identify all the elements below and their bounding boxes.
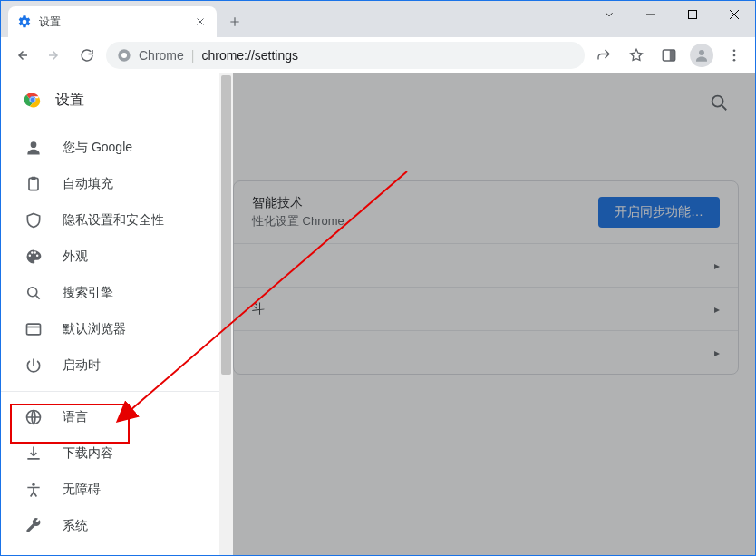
sidebar-item-label: 无障碍 — [63, 482, 101, 498]
search-icon — [24, 284, 43, 302]
sidebar-item-label: 隐私设置和安全性 — [63, 212, 164, 229]
clipboard-icon — [24, 175, 43, 193]
reload-button[interactable] — [73, 42, 101, 69]
palette-icon — [24, 248, 43, 266]
svg-rect-16 — [27, 324, 41, 335]
sidebar-item-privacy[interactable]: 隐私设置和安全性 — [1, 202, 233, 239]
side-panel-icon[interactable] — [655, 42, 683, 69]
sidebar-separator — [1, 391, 233, 392]
svg-point-6 — [733, 49, 736, 52]
sidebar-item-on-startup[interactable]: 启动时 — [1, 347, 233, 384]
browser-icon — [24, 320, 43, 338]
forward-button[interactable] — [41, 42, 68, 69]
close-window-button[interactable] — [713, 1, 755, 28]
window-titlebar: 设置 — [1, 1, 755, 37]
chrome-icon — [117, 48, 131, 63]
sidebar-item-appearance[interactable]: 外观 — [1, 239, 233, 275]
window-controls — [588, 1, 755, 28]
sidebar-item-label: 自动填充 — [63, 176, 113, 192]
sidebar-item-label: 下载内容 — [63, 445, 113, 462]
accessibility-icon — [24, 481, 43, 499]
sidebar-item-autofill[interactable]: 自动填充 — [1, 166, 233, 202]
maximize-button[interactable] — [672, 1, 713, 28]
sidebar-item-label: 搜索引擎 — [63, 285, 113, 301]
svg-point-12 — [31, 141, 37, 148]
omnibox-separator: | — [191, 48, 195, 63]
download-icon — [24, 444, 43, 463]
sidebar-items: 您与 Google 自动填充 隐私设置和安全性 外观 搜索引擎 默认浏览器 — [1, 126, 233, 555]
sidebar-item-label: 外观 — [63, 249, 88, 265]
sidebar-item-system[interactable]: 系统 — [1, 508, 233, 544]
svg-point-8 — [733, 58, 736, 61]
sidebar-item-label: 语言 — [63, 409, 88, 425]
omnibox-label: Chrome — [139, 48, 184, 63]
sidebar-item-downloads[interactable]: 下载内容 — [1, 435, 233, 472]
settings-sidebar: 设置 您与 Google 自动填充 隐私设置和安全性 外观 搜索引擎 — [1, 73, 233, 555]
svg-point-18 — [32, 483, 34, 486]
chevron-down-icon[interactable] — [588, 1, 630, 28]
omnibox-url: chrome://settings — [201, 48, 298, 63]
address-bar[interactable]: Chrome | chrome://settings — [106, 42, 585, 69]
profile-avatar[interactable] — [688, 42, 715, 69]
sidebar-item-search-engine[interactable]: 搜索引擎 — [1, 275, 233, 311]
person-icon — [24, 139, 43, 157]
close-icon[interactable] — [193, 15, 208, 29]
bookmark-icon[interactable] — [623, 42, 650, 69]
back-button[interactable] — [8, 42, 35, 69]
sidebar-item-you-and-google[interactable]: 您与 Google — [1, 130, 233, 166]
sidebar-item-languages[interactable]: 语言 — [1, 399, 233, 435]
globe-icon — [24, 408, 43, 426]
share-icon[interactable] — [590, 42, 617, 69]
sidebar-header: 设置 — [1, 73, 233, 126]
content-area: 设置 您与 Google 自动填充 隐私设置和安全性 外观 搜索引擎 — [1, 73, 755, 555]
svg-point-2 — [121, 53, 127, 58]
svg-rect-4 — [670, 50, 675, 61]
chrome-logo-icon — [23, 90, 43, 110]
scrim-overlay[interactable] — [233, 73, 755, 555]
sidebar-item-default-browser[interactable]: 默认浏览器 — [1, 311, 233, 347]
gear-icon — [17, 15, 32, 29]
sidebar-item-label: 系统 — [63, 518, 88, 534]
svg-rect-0 — [689, 11, 697, 19]
sidebar-scrollbar[interactable] — [219, 73, 233, 555]
svg-point-5 — [699, 50, 704, 55]
minimize-button[interactable] — [630, 1, 672, 28]
new-tab-button[interactable] — [222, 9, 247, 34]
sidebar-item-label: 默认浏览器 — [63, 321, 126, 337]
shield-icon — [24, 211, 43, 229]
wrench-icon — [24, 517, 43, 535]
browser-toolbar: Chrome | chrome://settings — [1, 37, 755, 73]
tab-title: 设置 — [39, 15, 186, 30]
sidebar-item-label: 启动时 — [63, 357, 101, 374]
kebab-menu-icon[interactable] — [721, 42, 748, 69]
svg-rect-13 — [29, 178, 38, 190]
svg-point-7 — [733, 54, 736, 56]
svg-point-15 — [28, 288, 37, 297]
svg-rect-14 — [32, 177, 36, 180]
power-icon — [24, 356, 43, 375]
browser-tab[interactable]: 设置 — [8, 6, 217, 37]
sidebar-item-accessibility[interactable]: 无障碍 — [1, 472, 233, 508]
scrollbar-thumb[interactable] — [221, 75, 231, 375]
sidebar-item-label: 您与 Google — [63, 140, 132, 156]
sidebar-title: 设置 — [55, 91, 84, 110]
